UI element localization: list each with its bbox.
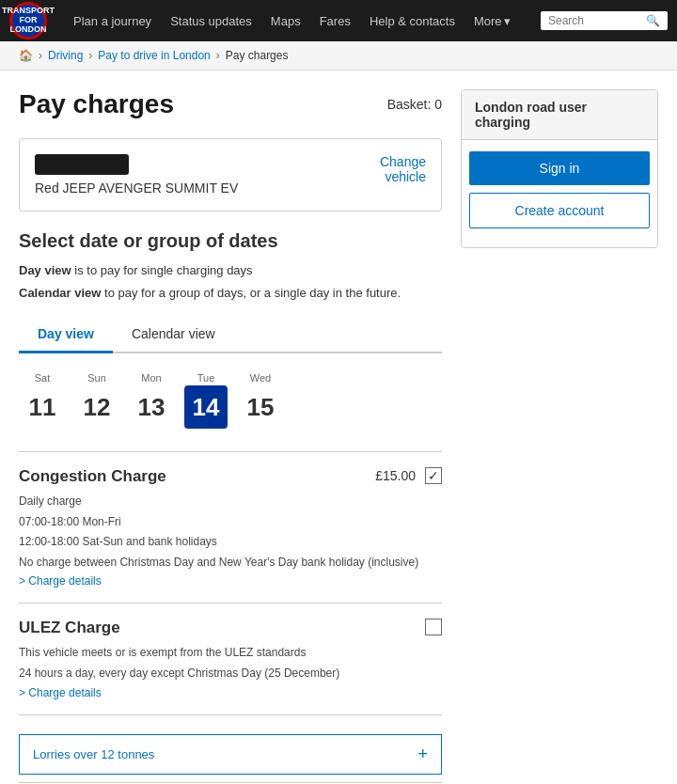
congestion-line-4: No charge between Christmas Day and New … bbox=[19, 553, 442, 573]
congestion-checkbox[interactable]: ✓ bbox=[425, 467, 442, 484]
search-box[interactable]: 🔍 bbox=[541, 11, 668, 30]
congestion-body: Daily charge 07:00-18:00 Mon-Fri 12:00-1… bbox=[19, 492, 442, 572]
breadcrumb-sep-2: › bbox=[88, 49, 92, 62]
day-wed[interactable]: Wed 15 bbox=[237, 372, 284, 429]
lorries-section: Lorries over 12 tonnes + bbox=[19, 714, 442, 775]
congestion-line-1: Daily charge bbox=[19, 492, 442, 512]
ulez-title: ULEZ Charge bbox=[19, 619, 120, 637]
tab-day-view[interactable]: Day view bbox=[19, 317, 113, 353]
nav-links: Plan a journey Status updates Maps Fares… bbox=[66, 10, 541, 32]
lorries-row[interactable]: Lorries over 12 tonnes + bbox=[19, 734, 442, 775]
ulez-details-link[interactable]: > Charge details bbox=[19, 686, 102, 699]
search-icon: 🔍 bbox=[646, 14, 660, 27]
calendar-view-suffix: to pay for a group of days, or a single … bbox=[101, 286, 401, 300]
day-sun-num: 12 bbox=[75, 385, 118, 429]
date-section-title: Select date or group of dates bbox=[19, 230, 442, 252]
ulez-line-2: 24 hours a day, every day except Christm… bbox=[19, 664, 442, 684]
congestion-line-2: 07:00-18:00 Mon-Fri bbox=[19, 512, 442, 533]
vehicle-card: Red JEEP AVENGER SUMMIT EV Change vehicl… bbox=[19, 138, 442, 212]
breadcrumb-pay-to-drive[interactable]: Pay to drive in London bbox=[98, 49, 210, 62]
congestion-header: Congestion Charge £15.00 ✓ bbox=[19, 467, 442, 486]
ulez-header: ULEZ Charge bbox=[19, 619, 442, 637]
lorries-link[interactable]: Lorries over 12 tonnes bbox=[33, 747, 154, 761]
day-mon-name: Mon bbox=[141, 372, 161, 384]
main-content: Pay charges Basket: 0 Red JEEP AVENGER S… bbox=[0, 71, 677, 784]
day-tue-name: Tue bbox=[197, 372, 215, 384]
page-header: Pay charges Basket: 0 bbox=[19, 89, 442, 119]
logo-text: TRANSPORT FOR LONDON bbox=[2, 7, 55, 35]
chevron-down-icon: ▾ bbox=[504, 14, 511, 28]
congestion-title: Congestion Charge bbox=[19, 467, 166, 486]
congestion-right: £15.00 ✓ bbox=[375, 467, 442, 484]
day-sun-name: Sun bbox=[87, 372, 106, 384]
search-input[interactable] bbox=[548, 14, 642, 27]
congestion-line-3: 12:00-18:00 Sat-Sun and bank holidays bbox=[19, 532, 442, 553]
congestion-details-link[interactable]: > Charge details bbox=[19, 574, 102, 588]
day-mon[interactable]: Mon 13 bbox=[128, 372, 175, 429]
view-tabs: Day view Calendar view bbox=[19, 317, 442, 353]
nav-help-contacts[interactable]: Help & contacts bbox=[362, 10, 463, 32]
tab-calendar-view[interactable]: Calendar view bbox=[113, 317, 234, 353]
calendar-view-bold: Calendar view bbox=[19, 286, 101, 300]
vehicle-plate-redacted bbox=[35, 154, 129, 175]
ulez-line-1: This vehicle meets or is exempt from the… bbox=[19, 643, 442, 664]
sign-in-button[interactable]: Sign in bbox=[469, 151, 650, 185]
tfl-logo[interactable]: TRANSPORT FOR LONDON bbox=[9, 2, 47, 39]
days-row: Sat 11 Sun 12 Mon 13 Tue 14 Wed 15 bbox=[19, 372, 442, 429]
basket-count: Basket: 0 bbox=[387, 97, 442, 112]
ulez-right bbox=[416, 619, 442, 635]
day-view-suffix: is to pay for single charging days bbox=[71, 263, 253, 277]
congestion-amount: £15.00 bbox=[375, 468, 416, 483]
nav-maps[interactable]: Maps bbox=[263, 10, 308, 32]
congestion-charge-section: Congestion Charge £15.00 ✓ Daily charge … bbox=[19, 451, 442, 603]
breadcrumb-current: Pay charges bbox=[226, 49, 289, 62]
create-account-button[interactable]: Create account bbox=[469, 193, 650, 228]
nav-plan-journey[interactable]: Plan a journey bbox=[66, 10, 159, 32]
breadcrumb-sep-3: › bbox=[216, 49, 220, 62]
day-tue[interactable]: Tue 14 bbox=[182, 372, 229, 429]
page-title: Pay charges bbox=[19, 89, 174, 119]
nav-bar: TRANSPORT FOR LONDON Plan a journey Stat… bbox=[0, 0, 677, 41]
day-wed-num: 15 bbox=[239, 385, 282, 429]
vehicle-name: Red JEEP AVENGER SUMMIT EV bbox=[35, 180, 238, 196]
nav-more-dropdown[interactable]: More ▾ bbox=[466, 10, 518, 32]
day-mon-num: 13 bbox=[130, 385, 173, 429]
breadcrumb-sep-1: › bbox=[39, 49, 42, 62]
breadcrumb-driving[interactable]: Driving bbox=[48, 49, 83, 62]
calendar-view-desc: Calendar view to pay for a group of days… bbox=[19, 284, 442, 303]
nav-status-updates[interactable]: Status updates bbox=[163, 10, 260, 32]
day-tue-num: 14 bbox=[184, 385, 228, 429]
day-view-desc: Day view is to pay for single charging d… bbox=[19, 261, 442, 280]
lorries-expand-icon: + bbox=[417, 745, 428, 764]
sidebar-buttons: Sign in Create account bbox=[462, 140, 657, 247]
nav-fares[interactable]: Fares bbox=[312, 10, 358, 32]
breadcrumb-home[interactable]: 🏠 bbox=[19, 49, 33, 62]
day-sat[interactable]: Sat 11 bbox=[19, 372, 66, 429]
day-sat-num: 11 bbox=[21, 385, 64, 429]
ulez-checkbox[interactable] bbox=[425, 619, 442, 635]
check-icon: ✓ bbox=[428, 468, 439, 483]
change-vehicle-link[interactable]: Change vehicle bbox=[380, 154, 426, 184]
content-area: Pay charges Basket: 0 Red JEEP AVENGER S… bbox=[19, 89, 442, 784]
day-sun[interactable]: Sun 12 bbox=[73, 372, 120, 429]
sidebar-title: London road user charging bbox=[462, 90, 657, 140]
breadcrumb: 🏠 › Driving › Pay to drive in London › P… bbox=[0, 41, 677, 71]
ulez-charge-section: ULEZ Charge This vehicle meets or is exe… bbox=[19, 603, 442, 713]
ulez-body: This vehicle meets or is exempt from the… bbox=[19, 643, 442, 683]
day-sat-name: Sat bbox=[35, 372, 51, 384]
sidebar: London road user charging Sign in Create… bbox=[461, 89, 658, 784]
sidebar-box: London road user charging Sign in Create… bbox=[461, 89, 658, 248]
day-view-bold: Day view bbox=[19, 263, 71, 277]
vehicle-info: Red JEEP AVENGER SUMMIT EV bbox=[35, 154, 238, 196]
day-wed-name: Wed bbox=[250, 372, 271, 384]
